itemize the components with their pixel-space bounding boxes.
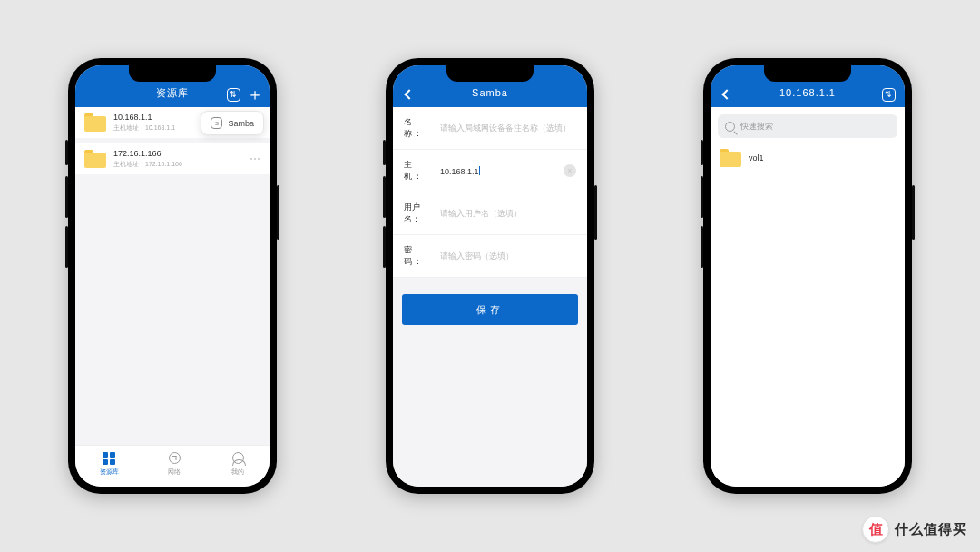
samba-icon: s bbox=[211, 117, 222, 129]
swap-icon: ⇅ bbox=[227, 88, 240, 102]
clear-button[interactable]: × bbox=[564, 164, 576, 177]
search-icon bbox=[725, 122, 735, 132]
back-button[interactable] bbox=[718, 85, 736, 104]
side-button bbox=[594, 185, 597, 240]
item-subtitle: 主机地址：172.16.1.166 bbox=[113, 160, 182, 169]
row-text: 172.16.1.166 主机地址：172.16.1.166 bbox=[113, 149, 182, 169]
side-button bbox=[65, 226, 68, 268]
side-button bbox=[701, 140, 703, 165]
tab-label: 资源库 bbox=[100, 468, 119, 477]
tab-mine[interactable]: 我的 bbox=[230, 451, 245, 477]
text-caret bbox=[479, 166, 480, 175]
library-item[interactable]: 172.16.1.166 主机地址：172.16.1.166 ⋯ bbox=[75, 143, 270, 174]
pass-placeholder: 请输入密码（选填） bbox=[440, 251, 576, 262]
watermark-text: 什么值得买 bbox=[895, 521, 967, 538]
folder-item[interactable]: vol1 bbox=[710, 143, 905, 172]
screen: 10.168.1.1 ⇅ 快速搜索 vol1 bbox=[710, 65, 905, 487]
page-title: 资源库 bbox=[156, 86, 189, 100]
search-input[interactable]: 快速搜索 bbox=[718, 114, 897, 138]
screen: Samba 名 称： 请输入局域网设备备注名称（选填） 主 机： 10.168.… bbox=[393, 65, 587, 487]
host-field-row[interactable]: 主 机： 10.168.1.1 × bbox=[393, 150, 587, 192]
side-button bbox=[701, 176, 703, 218]
phone-browse: 10.168.1.1 ⇅ 快速搜索 vol1 bbox=[703, 58, 912, 494]
user-placeholder: 请输入用户名（选填） bbox=[440, 208, 576, 220]
add-button[interactable]: ＋ bbox=[246, 85, 264, 104]
tab-label: 我的 bbox=[231, 468, 244, 477]
side-button bbox=[65, 140, 68, 165]
side-button bbox=[912, 185, 915, 240]
item-title: vol1 bbox=[749, 153, 764, 163]
field-label: 密 码： bbox=[404, 244, 435, 268]
folder-icon bbox=[84, 150, 106, 168]
grid-icon bbox=[102, 451, 116, 466]
name-placeholder: 请输入局域网设备备注名称（选填） bbox=[440, 123, 576, 134]
field-label: 主 机： bbox=[404, 159, 435, 182]
page-title: 10.168.1.1 bbox=[779, 87, 836, 98]
phone-library: 资源库 ⇅ ＋ s Samba 10.168.1.1 主机地址：10.168.1… bbox=[68, 58, 277, 494]
host-value: 10.168.1.1 bbox=[440, 166, 558, 176]
side-button bbox=[65, 176, 68, 218]
side-button bbox=[277, 185, 279, 240]
tab-library[interactable]: 资源库 bbox=[100, 451, 119, 477]
field-label: 用户名： bbox=[404, 202, 435, 225]
side-button bbox=[383, 176, 386, 218]
row-more-icon[interactable]: ⋯ bbox=[250, 153, 260, 165]
row-text: 10.168.1.1 主机地址：10.168.1.1 bbox=[113, 113, 175, 133]
save-label: 保存 bbox=[476, 303, 504, 317]
search-placeholder: 快速搜索 bbox=[740, 121, 773, 133]
swap-button[interactable]: ⇅ bbox=[224, 85, 242, 104]
item-subtitle: 主机地址：10.168.1.1 bbox=[113, 123, 175, 133]
user-icon bbox=[230, 451, 245, 466]
folder-icon bbox=[720, 149, 741, 167]
chevron-left-icon bbox=[404, 89, 414, 99]
notch bbox=[129, 65, 216, 82]
side-button bbox=[383, 140, 386, 165]
chevron-left-icon bbox=[721, 89, 731, 99]
user-field-row[interactable]: 用户名： 请输入用户名（选填） bbox=[393, 192, 587, 235]
screen: 资源库 ⇅ ＋ s Samba 10.168.1.1 主机地址：10.168.1… bbox=[75, 65, 270, 487]
swap-button[interactable]: ⇅ bbox=[879, 85, 897, 104]
item-title: 10.168.1.1 bbox=[113, 113, 175, 122]
content: 名 称： 请输入局域网设备备注名称（选填） 主 机： 10.168.1.1 × … bbox=[393, 107, 587, 487]
samba-form: 名 称： 请输入局域网设备备注名称（选填） 主 机： 10.168.1.1 × … bbox=[393, 107, 587, 278]
phone-samba-form: Samba 名 称： 请输入局域网设备备注名称（选填） 主 机： 10.168.… bbox=[386, 58, 594, 494]
side-button bbox=[701, 226, 703, 268]
save-button[interactable]: 保存 bbox=[402, 294, 578, 325]
name-field-row[interactable]: 名 称： 请输入局域网设备备注名称（选填） bbox=[393, 107, 587, 150]
watermark-badge: 值 bbox=[862, 516, 889, 543]
tab-label: 网络 bbox=[168, 468, 181, 477]
item-title: 172.16.1.166 bbox=[113, 149, 182, 158]
tab-network[interactable]: 网络 bbox=[167, 451, 181, 477]
page-title: Samba bbox=[472, 87, 508, 98]
content: s Samba 10.168.1.1 主机地址：10.168.1.1 172.1… bbox=[75, 107, 270, 445]
back-button[interactable] bbox=[400, 85, 418, 104]
add-menu-samba[interactable]: s Samba bbox=[201, 111, 264, 135]
row-text: vol1 bbox=[749, 153, 764, 163]
tabbar: 资源库 网络 我的 bbox=[75, 445, 270, 487]
swap-icon: ⇅ bbox=[882, 88, 896, 102]
pass-field-row[interactable]: 密 码： 请输入密码（选填） bbox=[393, 235, 587, 278]
side-button bbox=[383, 226, 386, 268]
field-label: 名 称： bbox=[404, 116, 435, 140]
clock-icon bbox=[167, 451, 181, 466]
watermark: 值 什么值得买 bbox=[862, 516, 967, 543]
content: 快速搜索 vol1 bbox=[710, 107, 905, 487]
notch bbox=[764, 65, 851, 82]
notch bbox=[446, 65, 534, 82]
popover-label: Samba bbox=[228, 119, 254, 128]
folder-icon bbox=[84, 113, 106, 132]
